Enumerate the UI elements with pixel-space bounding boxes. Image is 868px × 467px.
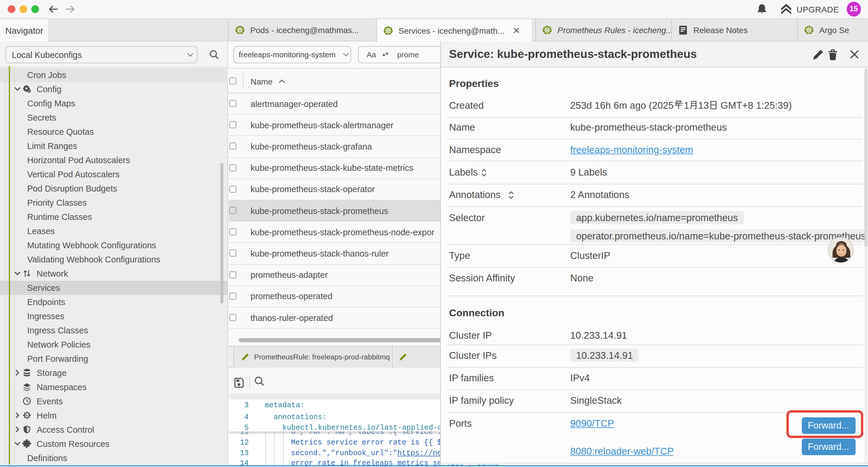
svg-text:HELM: HELM [23,414,30,417]
